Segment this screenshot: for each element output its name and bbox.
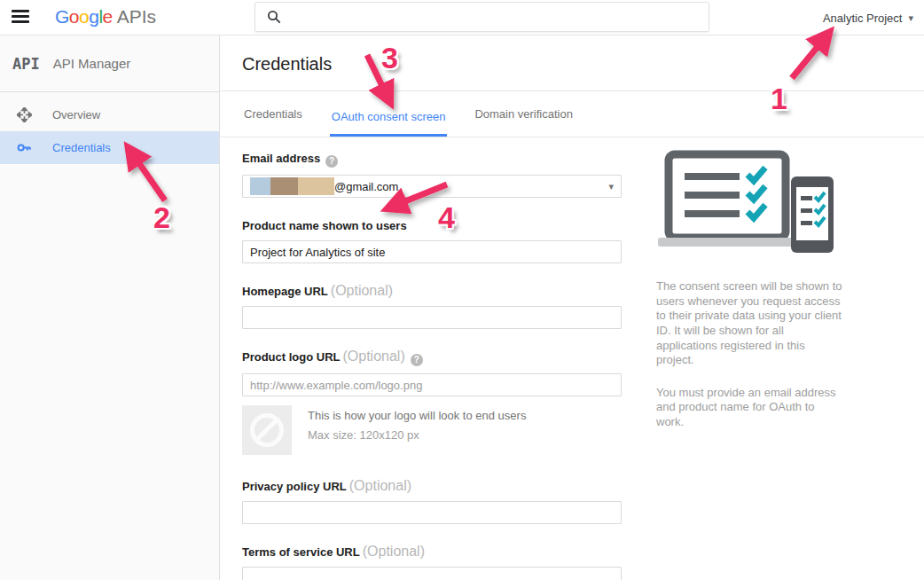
tab-credentials[interactable]: Credentials: [242, 107, 304, 137]
consent-info-paragraph-2: You must provide an email address and pr…: [656, 386, 842, 430]
logo-url-label: Product logo URL: [242, 350, 341, 364]
api-manager-icon: API: [12, 55, 40, 73]
logo-preview-line2: Max size: 120x120 px: [308, 428, 526, 442]
logo-preview-text: This is how your logo will look to end u…: [308, 405, 526, 455]
google-apis-console-page: GoogleAPIs Analytic Project ▾ API API Ma…: [0, 0, 924, 580]
logo-preview-line1: This is how your logo will look to end u…: [308, 409, 526, 422]
homepage-url-input[interactable]: [242, 306, 622, 329]
email-value: @gmail.com: [334, 180, 398, 193]
sidebar-nav: Overview Credentials: [0, 92, 219, 164]
main-panel: Credentials Credentials OAuth consent sc…: [220, 35, 924, 580]
tab-bar: Credentials OAuth consent screen Domain …: [220, 91, 924, 137]
search-input[interactable]: [290, 11, 709, 24]
logo-letter: o: [69, 6, 79, 27]
sidebar-item-label: Overview: [52, 108, 100, 121]
logo-url-input[interactable]: [242, 373, 622, 396]
homepage-url-field-group: Homepage URL(Optional): [242, 283, 622, 329]
sidebar-item-overview[interactable]: Overview: [0, 98, 219, 131]
terms-url-input[interactable]: [242, 567, 622, 580]
main-header: Credentials: [220, 35, 924, 91]
chevron-down-icon: ▾: [608, 181, 614, 192]
homepage-url-label: Homepage URL: [242, 285, 328, 298]
logo-letter: g: [89, 6, 98, 27]
optional-hint: (Optional): [363, 544, 425, 559]
product-name-label: Product name shown to users: [242, 219, 407, 232]
privacy-url-field-group: Privacy policy URL(Optional): [242, 478, 622, 524]
redacted-email-block: [298, 177, 334, 195]
tab-domain-verification[interactable]: Domain verification: [473, 107, 575, 137]
consent-info-panel: The consent screen will be shown to user…: [656, 150, 842, 430]
redacted-email-block: [250, 177, 270, 195]
logo-suffix: APIs: [117, 6, 156, 27]
tab-content: Email address? @gmail.com ▾ Product name…: [220, 137, 924, 579]
logo-url-field-group: Product logo URL(Optional)?: [242, 349, 622, 396]
optional-hint: (Optional): [349, 478, 411, 493]
search-box[interactable]: [254, 2, 709, 32]
logo-letter: o: [79, 6, 89, 27]
privacy-url-input[interactable]: [242, 501, 622, 524]
oauth-consent-form: Email address? @gmail.com ▾ Product name…: [242, 150, 622, 580]
page-title: Credentials: [220, 35, 924, 74]
chevron-down-icon: ▾: [908, 12, 913, 24]
tab-oauth-consent-screen[interactable]: OAuth consent screen: [330, 110, 448, 137]
privacy-url-label: Privacy policy URL: [242, 480, 347, 493]
logo-letter: G: [55, 6, 69, 27]
terms-url-label: Terms of service URL: [242, 545, 360, 559]
project-selector-label: Analytic Project: [823, 12, 903, 25]
email-label: Email address: [242, 152, 320, 165]
devices-checklist-illustration: [658, 150, 840, 258]
logo-letter: e: [103, 6, 113, 27]
optional-hint: (Optional): [331, 283, 393, 298]
google-apis-logo[interactable]: GoogleAPIs: [55, 6, 156, 27]
consent-info-paragraph-1: The consent screen will be shown to user…: [656, 279, 842, 368]
search-icon: [267, 10, 281, 24]
top-bar: GoogleAPIs Analytic Project ▾: [0, 0, 924, 35]
help-icon[interactable]: ?: [411, 354, 423, 366]
sidebar-header: API API Manager: [0, 35, 219, 92]
product-name-field-group: Product name shown to users: [242, 217, 622, 263]
sidebar-title: API Manager: [53, 56, 131, 71]
product-name-input[interactable]: [242, 240, 622, 263]
help-icon[interactable]: ?: [325, 155, 338, 168]
terms-url-field-group: Terms of service URL(Optional): [242, 544, 622, 580]
sidebar-item-credentials[interactable]: Credentials: [0, 131, 219, 164]
key-icon: [17, 140, 32, 155]
email-select[interactable]: @gmail.com ▾: [242, 175, 622, 198]
sidebar-item-label: Credentials: [52, 141, 111, 154]
overview-move-icon: [17, 107, 32, 122]
logo-preview: This is how your logo will look to end u…: [242, 405, 622, 455]
redacted-email-block: [270, 177, 298, 195]
sidebar: API API Manager Overview: [0, 35, 220, 580]
email-field-group: Email address? @gmail.com ▾: [242, 150, 622, 198]
logo-placeholder-icon: [242, 405, 292, 455]
menu-icon[interactable]: [12, 10, 29, 24]
project-selector[interactable]: Analytic Project ▾: [823, 0, 913, 35]
optional-hint: (Optional): [343, 349, 405, 364]
